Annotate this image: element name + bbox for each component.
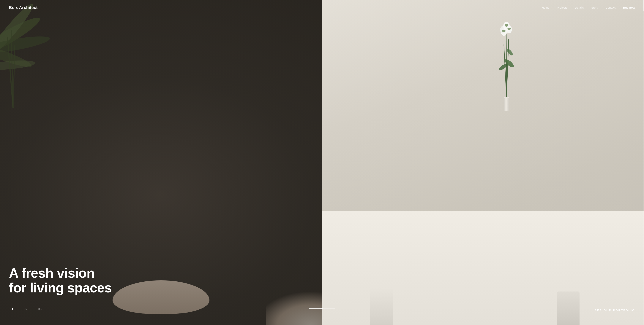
site-logo[interactable]: Be x Architect (9, 5, 38, 10)
chair-left (370, 288, 392, 325)
slide-underline-2 (23, 312, 28, 312)
slide-indicators: 01 02 03 (9, 308, 42, 312)
svg-rect-23 (504, 98, 509, 111)
plant-decoration (0, 0, 62, 112)
nav-details[interactable]: Details (575, 6, 584, 9)
svg-point-19 (502, 29, 506, 32)
site-nav: Home Projects Details Story Contact Buy … (483, 0, 644, 15)
svg-line-9 (506, 39, 509, 97)
page-wrapper: A fresh vision for living spaces 01 02 0… (0, 0, 644, 325)
slide-underline-1 (9, 312, 14, 312)
slide-indicator-2[interactable]: 02 (23, 308, 28, 312)
hero-headline: A fresh vision for living spaces (9, 266, 112, 295)
scrollbar[interactable] (643, 0, 644, 325)
progress-fill (309, 309, 323, 309)
hero-text-block: A fresh vision for living spaces (9, 266, 112, 295)
progress-track (309, 309, 335, 309)
left-panel: A fresh vision for living spaces 01 02 0… (0, 0, 322, 325)
svg-point-13 (506, 48, 514, 56)
chair-right (557, 292, 580, 325)
nav-home[interactable]: Home (542, 6, 549, 9)
slide-indicator-1[interactable]: 01 (9, 308, 14, 312)
flower-vase (488, 7, 525, 115)
cta-underline (598, 314, 632, 314)
scrollbar-thumb[interactable] (643, 0, 644, 11)
portfolio-cta: SEE OUR PORTFOLIO (594, 309, 635, 314)
site-header: Be x Architect (0, 0, 322, 15)
svg-point-21 (508, 28, 511, 30)
portfolio-cta-text[interactable]: SEE OUR PORTFOLIO (594, 309, 635, 312)
slide-underline-3 (37, 312, 42, 312)
nav-buy-now[interactable]: Buy now (623, 6, 635, 9)
dining-table (322, 211, 644, 325)
nav-contact[interactable]: Contact (606, 6, 616, 9)
nav-story[interactable]: Story (591, 6, 598, 9)
progress-bar (309, 309, 335, 309)
nav-projects[interactable]: Projects (557, 6, 568, 9)
svg-line-7 (13, 45, 15, 108)
slide-indicator-3[interactable]: 03 (37, 308, 42, 312)
svg-point-20 (504, 24, 508, 27)
right-panel: Home Projects Details Story Contact Buy … (322, 0, 644, 325)
svg-rect-22 (504, 97, 509, 98)
